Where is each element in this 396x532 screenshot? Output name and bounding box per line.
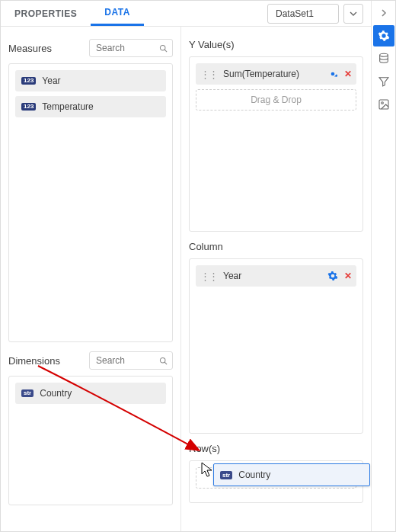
svg-point-6	[381, 102, 383, 104]
svg-point-0	[161, 45, 166, 50]
column-panel[interactable]: ⋮⋮ Year ✕	[189, 258, 363, 434]
search-icon	[159, 43, 168, 53]
header-bar: PROPERTIES DATA DataSet1	[1, 1, 371, 27]
gear-icon	[378, 30, 390, 42]
measures-search[interactable]	[89, 39, 173, 57]
string-type-icon: str	[220, 471, 232, 479]
measures-panel: 123 Year 123 Temperature	[8, 63, 173, 342]
sidebar-image[interactable]	[373, 94, 394, 115]
dimensions-panel: str Country	[8, 376, 173, 505]
column-label: Year	[223, 271, 321, 281]
yvalues-dropzone[interactable]: Drag & Drop	[196, 89, 356, 111]
dataset-select-value[interactable]: DataSet1	[267, 4, 339, 24]
filter-icon	[378, 75, 390, 88]
tab-properties[interactable]: PROPERTIES	[1, 1, 91, 26]
svg-rect-5	[379, 100, 388, 109]
svg-line-1	[164, 50, 167, 52]
dimension-field-country[interactable]: str Country	[15, 383, 166, 404]
right-sidebar	[371, 1, 395, 531]
numeric-type-icon: 123	[21, 77, 36, 85]
database-icon	[378, 53, 390, 65]
tabs: PROPERTIES DATA	[1, 1, 267, 26]
svg-line-3	[164, 362, 167, 364]
measure-field-year[interactable]: 123 Year	[15, 70, 166, 91]
dimensions-title: Dimensions	[8, 355, 60, 367]
sidebar-filter[interactable]	[373, 71, 394, 92]
search-icon	[159, 356, 168, 366]
dimensions-search[interactable]	[89, 351, 173, 370]
yvalues-title: Y Value(s)	[189, 39, 363, 50]
field-label: Country	[40, 388, 72, 399]
measures-title: Measures	[8, 43, 52, 54]
column-item-year[interactable]: ⋮⋮ Year ✕	[196, 265, 356, 287]
chevron-right-icon	[380, 9, 388, 17]
drag-ghost-label: Country	[238, 470, 270, 480]
rows-title: Row(s)	[189, 443, 363, 454]
drag-handle-icon[interactable]: ⋮⋮	[200, 69, 217, 80]
dataset-selector: DataSet1	[267, 1, 371, 26]
fields-column: Measures 123 Year 123 Temperature	[1, 27, 181, 531]
svg-point-2	[161, 357, 166, 363]
drag-handle-icon[interactable]: ⋮⋮	[200, 271, 217, 282]
sidebar-settings[interactable]	[373, 25, 394, 46]
dataset-dropdown-button[interactable]	[343, 4, 363, 24]
image-settings-icon	[378, 98, 390, 111]
yvalue-item-sum-temperature[interactable]: ⋮⋮ Sum(Temperature) ✕	[196, 63, 356, 85]
tab-data[interactable]: DATA	[91, 1, 144, 26]
svg-point-4	[379, 53, 388, 56]
dimensions-search-input[interactable]	[94, 354, 156, 367]
drag-ghost-country: str Country	[213, 463, 370, 486]
remove-icon[interactable]: ✕	[344, 271, 352, 281]
field-label: Temperature	[42, 101, 93, 112]
yvalues-panel[interactable]: ⋮⋮ Sum(Temperature) ✕ Drag & Drop	[189, 56, 363, 232]
collapse-panel-button[interactable]	[373, 2, 394, 24]
gear-icon[interactable]	[327, 69, 338, 79]
gear-icon[interactable]	[327, 271, 338, 281]
yvalue-label: Sum(Temperature)	[223, 69, 321, 79]
remove-icon[interactable]: ✕	[344, 69, 352, 79]
binding-column: Y Value(s) ⋮⋮ Sum(Temperature) ✕ Drag & …	[181, 27, 371, 531]
numeric-type-icon: 123	[21, 103, 36, 111]
field-label: Year	[42, 75, 60, 86]
chevron-down-icon	[350, 10, 357, 18]
string-type-icon: str	[21, 389, 34, 397]
sidebar-data[interactable]	[373, 48, 394, 69]
column-title: Column	[189, 241, 363, 252]
measure-field-temperature[interactable]: 123 Temperature	[15, 96, 166, 117]
measures-search-input[interactable]	[94, 42, 156, 54]
